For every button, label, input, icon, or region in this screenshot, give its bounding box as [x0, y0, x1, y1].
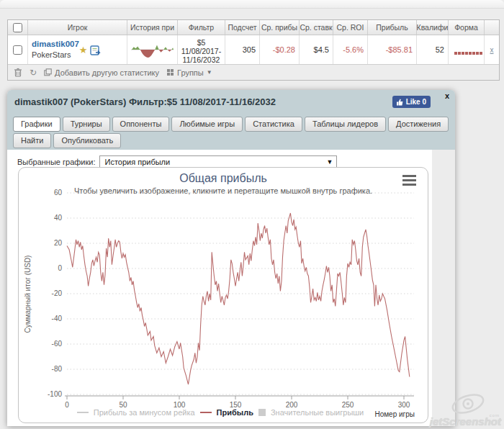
tab-achievements[interactable]: Достижения	[388, 117, 449, 132]
chart-legend: Прибыль за минусом рейка Прибыль Значите…	[62, 408, 379, 417]
results-table: Игрок История при Фильтр Подсчет Ср. при…	[7, 19, 500, 81]
medal-icon: ★	[79, 45, 88, 55]
col-count[interactable]: Подсчет	[225, 20, 260, 35]
site-name: PokerStars	[32, 50, 79, 60]
col-history[interactable]: История при	[127, 20, 178, 35]
refresh-icon[interactable]: ↻	[30, 68, 37, 78]
jetscreenshot-logo-icon	[449, 393, 487, 415]
panel-body: Выбранные графики: История прибыли ▼ Общ…	[7, 150, 432, 426]
trash-icon[interactable]	[14, 68, 22, 77]
window-top-strip	[0, 0, 504, 9]
window-plus-icon	[44, 68, 52, 76]
col-avg-roi[interactable]: Ср. ROI	[333, 20, 368, 35]
game-count: 305	[225, 35, 260, 64]
chart-plot-area[interactable]	[19, 168, 429, 424]
profit-value: -$85.81	[368, 35, 417, 64]
select-all-checkbox[interactable]	[13, 23, 22, 32]
col-avg-stake[interactable]: Ср. ставк	[300, 20, 333, 35]
row-checkbox[interactable]	[13, 45, 22, 55]
table-toolbar: ↻ Добавить другую статистику Группы ▼	[8, 64, 499, 80]
chevron-down-icon: ▼	[207, 69, 212, 76]
x-axis-title: Номер игры	[374, 410, 415, 418]
col-filter[interactable]: Фильтр	[178, 20, 225, 35]
tab-statistics[interactable]: Статистика	[245, 117, 302, 132]
profit-sparkline[interactable]	[131, 38, 174, 61]
panel-tabstrip: Графики Турниры Оппоненты Любимые игры С…	[7, 113, 455, 150]
legend-square-swatch[interactable]	[258, 409, 266, 416]
legend-profit-minus-rake[interactable]: Прибыль за минусом рейка	[94, 408, 195, 417]
profit-chart[interactable]: Общая прибыль Чтобы увеличить изображени…	[18, 167, 428, 423]
thumb-up-icon	[397, 99, 403, 106]
tab-opponents[interactable]: Оппоненты	[112, 117, 170, 132]
avg-roi-value: -5.6%	[333, 35, 368, 64]
col-avg-profit[interactable]: Ср. прибы	[260, 20, 300, 35]
groups-icon	[166, 68, 174, 76]
groups-dropdown[interactable]: Группы ▼	[166, 68, 212, 77]
tab-publish[interactable]: Опубликовать	[53, 133, 121, 148]
graph-selector-label: Выбранные графики:	[17, 158, 95, 166]
panel-header: dimastik007 (PokerStars) Фильтр:$5 11/08…	[7, 90, 455, 113]
close-icon[interactable]: x	[445, 91, 449, 100]
table-row: dimastik007 PokerStars ★	[8, 35, 499, 64]
filter-value: $5 11/08/2017- 11/16/2032	[178, 35, 225, 64]
tab-tournaments[interactable]: Турниры	[63, 117, 110, 132]
facebook-like-button[interactable]: Like 0	[392, 96, 431, 108]
player-stats-panel: dimastik007 (PokerStars) Фильтр:$5 11/08…	[7, 90, 455, 426]
avg-profit-value: -$0.28	[260, 35, 300, 64]
player-name-link[interactable]: dimastik007	[32, 38, 79, 50]
results-table-header: Игрок История при Фильтр Подсчет Ср. при…	[8, 20, 499, 35]
tab-find[interactable]: Найти	[13, 133, 51, 148]
avg-stake-value: $4.5	[300, 35, 333, 64]
col-profit[interactable]: Прибыль	[368, 20, 417, 35]
legend-line-swatch[interactable]	[200, 412, 212, 413]
tab-graphs[interactable]: Графики	[13, 117, 60, 132]
notes-icon[interactable]	[90, 45, 102, 55]
legend-profit[interactable]: Прибыль	[217, 408, 253, 417]
legend-line-swatch[interactable]	[77, 412, 89, 413]
add-statistic-button[interactable]: Добавить другую статистику	[44, 68, 159, 77]
tab-favorite-games[interactable]: Любимые игры	[171, 117, 243, 132]
form-indicator	[449, 35, 485, 64]
tab-leaderboards[interactable]: Таблицы лидеров	[305, 117, 386, 132]
jetscreenshot-watermark: com jetScreenshot	[423, 390, 503, 428]
qualification-value: 52	[417, 35, 449, 64]
legend-significant-wins[interactable]: Значительные выигрыши	[271, 408, 364, 417]
col-player[interactable]: Игрок	[28, 20, 127, 35]
col-qualification[interactable]: Квалифи	[417, 20, 449, 35]
remove-row-link[interactable]: x	[490, 46, 494, 54]
chevron-down-icon: ▼	[327, 158, 333, 166]
col-form[interactable]: Форма	[449, 20, 485, 35]
panel-title: dimastik007 (PokerStars) Фильтр:$5 11/08…	[14, 96, 276, 107]
